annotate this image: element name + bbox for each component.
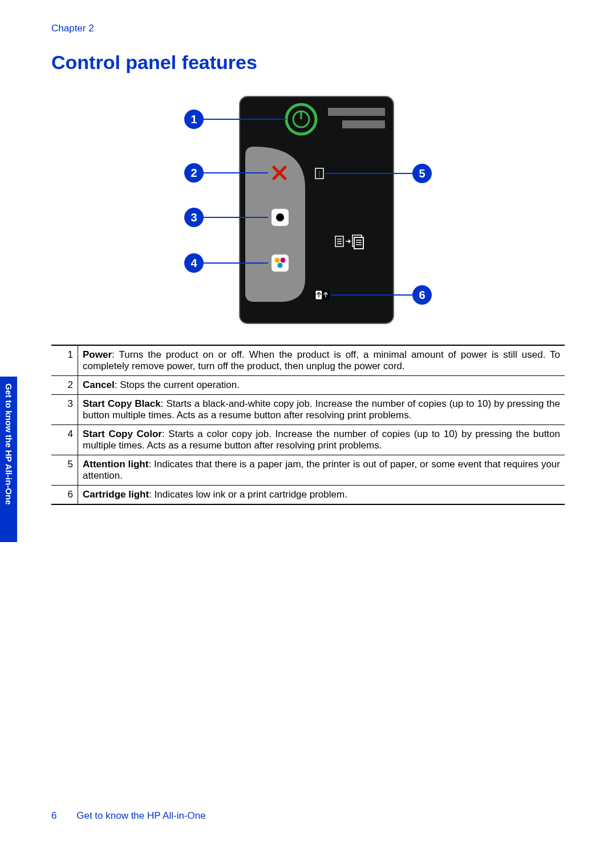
table-row: 3 Start Copy Black: Starts a black-and-w… (51, 395, 565, 425)
svg-point-13 (278, 263, 283, 268)
feature-num: 1 (51, 345, 78, 376)
page-title: Control panel features (51, 51, 565, 74)
side-tab: Get to know the HP All-in-One (0, 377, 17, 542)
feature-table: 1 Power: Turns the product on or off. Wh… (51, 345, 565, 505)
table-row: 1 Power: Turns the product on or off. Wh… (51, 345, 565, 376)
page-number: 6 (51, 810, 56, 821)
table-row: 6 Cartridge light: Indicates low ink or … (51, 486, 565, 505)
callout-6: 6 (419, 289, 425, 301)
feature-desc: Cancel: Stops the current operation. (78, 376, 565, 395)
footer: 6 Get to know the HP All-in-One (51, 810, 206, 822)
svg-rect-21 (354, 237, 363, 249)
svg-point-11 (275, 258, 280, 263)
control-panel-diagram: ! (51, 91, 565, 330)
feature-num: 3 (51, 395, 78, 425)
svg-rect-2 (342, 120, 385, 128)
footer-section: Get to know the HP All-in-One (76, 810, 205, 821)
feature-desc: Attention light: Indicates that there is… (78, 455, 565, 486)
callout-4: 4 (191, 257, 197, 269)
callout-2: 2 (191, 167, 197, 179)
callout-1: 1 (191, 113, 197, 126)
svg-point-12 (281, 258, 286, 263)
table-row: 5 Attention light: Indicates that there … (51, 455, 565, 486)
table-row: 2 Cancel: Stops the current operation. (51, 376, 565, 395)
feature-desc: Cartridge light: Indicates low ink or a … (78, 486, 565, 505)
feature-num: 4 (51, 425, 78, 455)
feature-num: 2 (51, 376, 78, 395)
feature-num: 6 (51, 486, 78, 505)
feature-desc: Power: Turns the product on or off. When… (78, 345, 565, 376)
svg-text:!: ! (318, 169, 321, 179)
svg-point-9 (276, 213, 284, 221)
chapter-label: Chapter 2 (51, 23, 565, 34)
feature-desc: Start Copy Color: Starts a color copy jo… (78, 425, 565, 455)
callout-3: 3 (191, 211, 197, 224)
feature-num: 5 (51, 455, 78, 486)
table-row: 4 Start Copy Color: Starts a color copy … (51, 425, 565, 455)
svg-rect-1 (328, 108, 385, 116)
feature-desc: Start Copy Black: Starts a black-and-whi… (78, 395, 565, 425)
callout-5: 5 (419, 167, 425, 180)
